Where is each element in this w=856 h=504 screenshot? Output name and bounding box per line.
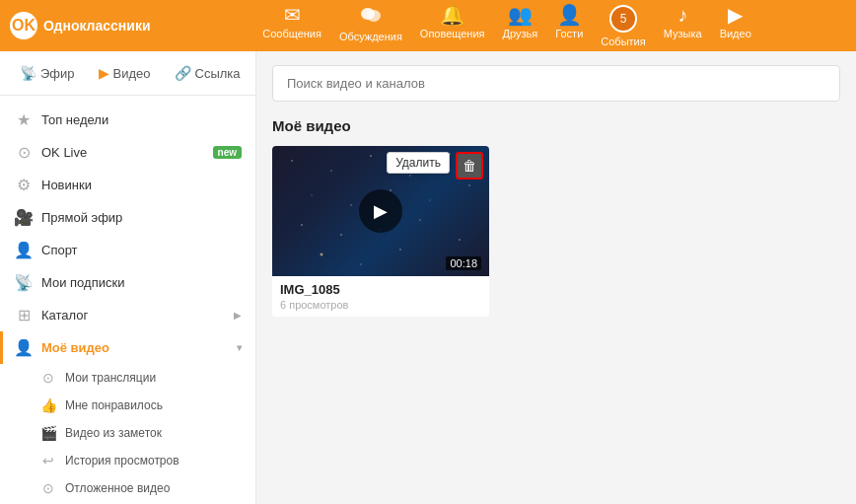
nav-guests[interactable]: 👤 Гости: [555, 5, 583, 47]
music-icon: ♪: [678, 5, 687, 25]
new-icon: ⚙: [14, 176, 34, 194]
menu-catalog[interactable]: ⊞ Каталог ▶: [0, 299, 255, 331]
menu-sport[interactable]: 👤 Спорт: [0, 234, 255, 266]
streams-icon: ⊙: [39, 370, 57, 386]
svg-point-1: [367, 10, 381, 22]
layout: 📡 Эфир ▶ Видео 🔗 Ссылка ★ Топ недели ⊙ O…: [0, 51, 856, 504]
catalog-arrow-icon: ▶: [234, 310, 242, 321]
discussions-icon: [360, 5, 382, 28]
nav-items: ✉ Сообщения Обсуждения 🔔 Оповещения 👥 Др…: [168, 5, 846, 47]
ok-live-icon: ⊙: [14, 143, 34, 162]
submenu-history[interactable]: ↩ История просмотров: [0, 447, 255, 474]
sidebar-tabs: 📡 Эфир ▶ Видео 🔗 Ссылка: [0, 51, 255, 96]
nav-events-label: События: [601, 36, 645, 47]
submenu-notes-video[interactable]: 🎬 Видео из заметок: [0, 419, 255, 447]
submenu-liked-label: Мне понравилось: [65, 398, 163, 412]
submenu-notes-video-label: Видео из заметок: [65, 426, 162, 440]
search-input[interactable]: [272, 65, 840, 102]
notes-video-icon: 🎬: [39, 425, 57, 441]
messages-icon: ✉: [284, 5, 301, 25]
menu-top-week-label: Топ недели: [41, 112, 242, 127]
submenu-my-streams-label: Мои трансляции: [65, 371, 156, 385]
menu-live-label: Прямой эфир: [41, 210, 242, 225]
sidebar: 📡 Эфир ▶ Видео 🔗 Ссылка ★ Топ недели ⊙ O…: [0, 51, 256, 504]
nav-video[interactable]: ▶ Видео: [720, 5, 751, 47]
video-title: IMG_1085: [280, 282, 481, 297]
menu-ok-live[interactable]: ⊙ OK Live new: [0, 136, 255, 169]
video-tab-icon: ▶: [99, 65, 109, 81]
main-content: Моё видео 🗑 Удалить ▶ 00:18: [256, 51, 856, 504]
nav-discussions-label: Обсуждения: [339, 31, 402, 42]
play-button[interactable]: ▶: [359, 189, 402, 233]
nav-notifications[interactable]: 🔔 Оповещения: [420, 5, 485, 47]
submenu-deferred-label: Отложенное видео: [65, 481, 170, 495]
tab-link-label: Ссылка: [195, 66, 241, 81]
subscriptions-icon: 📡: [14, 273, 34, 292]
my-video-arrow-icon: ▾: [237, 342, 242, 353]
top-week-icon: ★: [14, 110, 34, 129]
menu-live[interactable]: 🎥 Прямой эфир: [0, 201, 255, 234]
menu-my-video[interactable]: 👤 Моё видео ▾: [0, 331, 255, 364]
nav-video-label: Видео: [720, 28, 751, 39]
tab-efir-label: Эфир: [40, 66, 75, 81]
tab-video-label: Видео: [113, 66, 151, 81]
menu-top-week[interactable]: ★ Топ недели: [0, 104, 255, 136]
my-video-icon: 👤: [14, 338, 34, 357]
submenu-my-streams[interactable]: ⊙ Мои трансляции: [0, 364, 255, 392]
tab-efir[interactable]: 📡 Эфир: [12, 61, 83, 85]
menu-subscriptions-label: Мои подписки: [41, 275, 242, 290]
friends-icon: 👥: [508, 5, 533, 25]
submenu-history-label: История просмотров: [65, 454, 179, 468]
nav-events[interactable]: 5 События: [601, 5, 645, 47]
menu-my-video-label: Моё видео: [41, 340, 229, 355]
video-duration: 00:18: [446, 256, 481, 270]
submenu-liked[interactable]: 👍 Мне понравилось: [0, 392, 255, 419]
events-avatar: 5: [609, 5, 637, 33]
menu-new[interactable]: ⚙ Новинки: [0, 169, 255, 201]
trash-icon: 🗑: [463, 158, 476, 174]
logo[interactable]: OK Одноклассники: [10, 12, 168, 39]
history-icon: ↩: [39, 453, 57, 468]
tab-video[interactable]: ▶ Видео: [91, 61, 159, 85]
video-card: 🗑 Удалить ▶ 00:18 IMG_1085 6 просмотров: [272, 146, 489, 317]
menu-new-label: Новинки: [41, 178, 242, 192]
nav-music[interactable]: ♪ Музыка: [664, 5, 702, 47]
tab-link[interactable]: 🔗 Ссылка: [167, 61, 249, 85]
video-thumbnail[interactable]: 🗑 Удалить ▶ 00:18: [272, 146, 489, 276]
efir-icon: 📡: [20, 65, 36, 81]
section-title: Моё видео: [272, 117, 840, 134]
logo-text: Одноклассники: [43, 18, 151, 34]
nav-friends-label: Друзья: [503, 28, 538, 39]
delete-button[interactable]: 🗑: [456, 152, 483, 180]
logo-icon: OK: [10, 12, 37, 39]
menu-subscriptions[interactable]: 📡 Мои подписки: [0, 266, 255, 299]
nav-music-label: Музыка: [664, 28, 702, 39]
nav-friends[interactable]: 👥 Друзья: [503, 5, 538, 47]
nav-notifications-label: Оповещения: [420, 28, 485, 39]
top-nav: OK Одноклассники ✉ Сообщения Обсуждения …: [0, 0, 856, 51]
guests-icon: 👤: [557, 5, 582, 25]
notifications-icon: 🔔: [440, 5, 464, 25]
submenu-deferred[interactable]: ⊙ Отложенное видео: [0, 474, 255, 502]
ok-live-badge: new: [213, 146, 242, 159]
video-info: IMG_1085 6 просмотров: [272, 276, 489, 317]
nav-messages-label: Сообщения: [262, 28, 321, 39]
deferred-icon: ⊙: [39, 480, 57, 496]
video-nav-icon: ▶: [728, 5, 743, 25]
menu-catalog-label: Каталог: [41, 308, 226, 323]
sidebar-menu: ★ Топ недели ⊙ OK Live new ⚙ Новинки 🎥 П…: [0, 96, 255, 504]
link-icon: 🔗: [175, 65, 191, 81]
video-grid: 🗑 Удалить ▶ 00:18 IMG_1085 6 просмотров: [272, 146, 840, 317]
delete-tooltip: Удалить: [387, 152, 450, 174]
nav-messages[interactable]: ✉ Сообщения: [262, 5, 321, 47]
video-views: 6 просмотров: [280, 299, 481, 311]
catalog-icon: ⊞: [14, 306, 34, 324]
sport-icon: 👤: [14, 241, 34, 259]
nav-discussions[interactable]: Обсуждения: [339, 5, 402, 47]
nav-guests-label: Гости: [555, 28, 583, 39]
live-icon: 🎥: [14, 208, 34, 227]
play-icon: ▶: [374, 200, 388, 222]
liked-icon: 👍: [39, 397, 57, 413]
menu-sport-label: Спорт: [41, 243, 242, 257]
menu-ok-live-label: OK Live: [41, 145, 205, 160]
